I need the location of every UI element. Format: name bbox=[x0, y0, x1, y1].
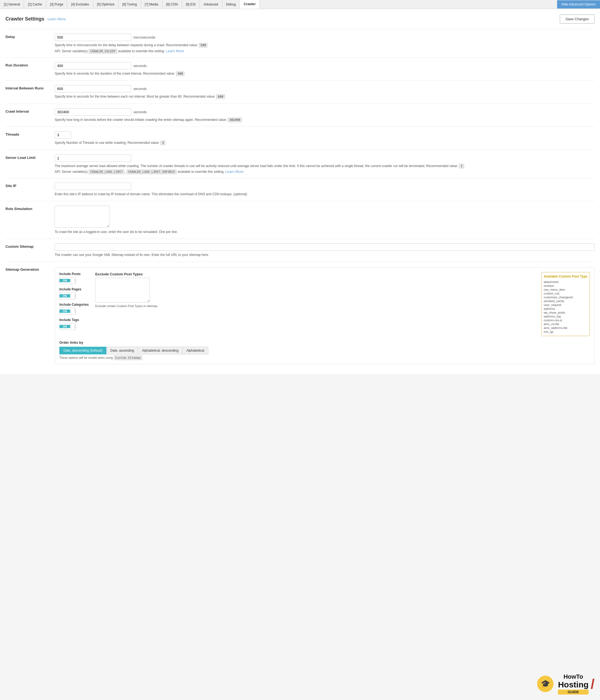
site-ip-setting: Site IP Enter this site's IP address to … bbox=[5, 178, 595, 201]
tab-cache[interactable]: [2] Cache bbox=[24, 0, 46, 8]
interval-between-runs-input[interactable] bbox=[55, 85, 131, 93]
list-item: customize_changeset bbox=[544, 295, 588, 299]
server-load-limit-input[interactable] bbox=[55, 154, 131, 162]
exclude-cpt-textarea[interactable] bbox=[95, 278, 150, 302]
tab-advanced[interactable]: Advanced bbox=[200, 0, 222, 8]
server-load-limit-learn-more[interactable]: Learn More bbox=[225, 170, 243, 174]
tab-media[interactable]: [7] Media bbox=[141, 0, 162, 8]
server-load-limit-api: API: Server variable(s) CRAWLER_LOAD_LIM… bbox=[55, 170, 595, 174]
page-header: Crawler Settings Learn More Save Changes bbox=[5, 15, 595, 24]
crawl-interval-label: Crawl Interval bbox=[5, 108, 49, 114]
exclude-cpt-desc: Exclude certain Custom Post Types in sit… bbox=[95, 304, 535, 308]
delay-api-line: API: Server variable(s) CRAWLER_USLEEP a… bbox=[55, 49, 595, 53]
threads-label: Threads bbox=[5, 131, 49, 136]
exclude-cpt-section: Exclude Custom Post Types Exclude certai… bbox=[95, 272, 535, 308]
server-load-limit-label: Server Load Limit bbox=[5, 154, 49, 160]
list-item: nav_menu_item bbox=[544, 288, 588, 292]
list-item: revision bbox=[544, 284, 588, 288]
order-btn-date-asc[interactable]: Date, ascending bbox=[106, 347, 138, 354]
include-posts-group: Include Posts ON bbox=[59, 272, 88, 284]
run-duration-setting: Run Duration seconds Specify time in sec… bbox=[5, 57, 595, 81]
list-item: custom-css-js bbox=[544, 318, 588, 322]
list-item: user_request bbox=[544, 303, 588, 307]
tab-cdn[interactable]: [8] CDN bbox=[162, 0, 182, 8]
main-content: Crawler Settings Learn More Save Changes… bbox=[0, 9, 600, 374]
order-note: These options will be invalid when using… bbox=[59, 356, 590, 359]
save-changes-button[interactable]: Save Changes bbox=[560, 15, 595, 24]
delay-label: Delay bbox=[5, 34, 49, 39]
learn-more-link[interactable]: Learn More bbox=[48, 17, 66, 21]
site-ip-label: Site IP bbox=[5, 183, 49, 188]
page-title: Crawler Settings bbox=[5, 16, 44, 22]
custom-sitemap-label: Custom Sitemap bbox=[5, 243, 49, 249]
order-links-section: Order links by Date, descending (Default… bbox=[59, 341, 590, 359]
delay-recommended: 500 bbox=[199, 43, 208, 48]
include-categories-group: Include Categories ON bbox=[59, 303, 88, 315]
interval-between-runs-label: Interval Between Runs bbox=[5, 85, 49, 90]
delay-desc: Specify time in microseconds for the del… bbox=[55, 43, 595, 48]
role-simulation-textarea[interactable] bbox=[55, 206, 109, 227]
exclude-cpt-label: Exclude Custom Post Types bbox=[95, 272, 535, 276]
run-duration-input[interactable] bbox=[55, 62, 131, 70]
server-load-limit-setting: Server Load Limit The maximum average se… bbox=[5, 150, 595, 178]
list-item: nxs_qp bbox=[544, 330, 588, 333]
include-categories-toggle[interactable]: ON bbox=[59, 308, 76, 315]
top-navigation: [1] General [2] Cache [3] Purge [4] Excl… bbox=[0, 0, 600, 9]
include-tags-toggle[interactable]: ON bbox=[59, 323, 76, 330]
list-item: custom_css bbox=[544, 292, 588, 295]
interval-between-runs-setting: Interval Between Runs seconds Specify ti… bbox=[5, 80, 595, 104]
crawl-interval-setting: Crawl Interval seconds Specify how long … bbox=[5, 104, 595, 127]
list-item: wp_show_posts bbox=[544, 310, 588, 315]
tab-debug[interactable]: Debug bbox=[222, 0, 240, 8]
include-tags-group: Include Tags ON bbox=[59, 318, 88, 330]
tab-optimize[interactable]: [5] Optimize bbox=[93, 0, 119, 8]
sitemap-generation-box: Include Posts ON Include Pages ON bbox=[55, 268, 595, 364]
available-cpt-section: Available Custom Post Type attachment re… bbox=[541, 272, 590, 336]
include-toggles: Include Posts ON Include Pages ON bbox=[59, 272, 88, 330]
role-simulation-label: Role Simulation bbox=[5, 206, 49, 211]
order-links-label: Order links by bbox=[59, 341, 590, 345]
list-item: attachment bbox=[544, 280, 588, 284]
run-duration-unit: seconds bbox=[133, 64, 147, 68]
include-posts-label: Include Posts bbox=[59, 272, 88, 276]
tab-crawler[interactable]: Crawler bbox=[240, 0, 260, 9]
order-btn-alpha-desc[interactable]: Alphabetical, descending bbox=[138, 347, 182, 354]
delay-unit: microseconds bbox=[133, 35, 155, 40]
order-btn-date-desc[interactable]: Date, descending (Default) bbox=[59, 347, 107, 354]
custom-sitemap-input[interactable] bbox=[55, 243, 595, 251]
list-item: oembed_cache bbox=[544, 299, 588, 303]
include-categories-label: Include Categories bbox=[59, 303, 88, 306]
delay-input[interactable] bbox=[55, 34, 131, 41]
crawl-interval-input[interactable] bbox=[55, 108, 131, 116]
tab-esi[interactable]: [9] ESI bbox=[182, 0, 200, 8]
order-btn-alpha[interactable]: Alphabetical bbox=[182, 347, 208, 354]
include-posts-toggle[interactable]: ON bbox=[59, 277, 76, 284]
delay-api-learn-more[interactable]: Learn More bbox=[166, 49, 184, 53]
include-pages-toggle[interactable]: ON bbox=[59, 292, 76, 299]
include-pages-label: Include Pages bbox=[59, 288, 88, 291]
tab-general[interactable]: [1] General bbox=[0, 0, 24, 8]
sitemap-generation-setting: Sitemap Generation Include Posts ON bbox=[5, 262, 595, 369]
site-ip-input[interactable] bbox=[55, 183, 131, 190]
available-cpt-list: attachment revision nav_menu_item custom… bbox=[544, 280, 588, 333]
include-tags-label: Include Tags bbox=[59, 318, 88, 322]
tab-tuning[interactable]: [6] Tuning bbox=[119, 0, 141, 8]
available-cpt-title: Available Custom Post Type bbox=[544, 275, 588, 278]
order-note-badge: Custom Sitemap bbox=[114, 355, 142, 360]
tab-excludes[interactable]: [4] Excludes bbox=[67, 0, 93, 8]
order-links-buttons: Date, descending (Default) Date, ascendi… bbox=[59, 347, 590, 354]
include-pages-group: Include Pages ON bbox=[59, 288, 88, 299]
toggle-on-label: ON bbox=[59, 279, 70, 282]
sitemap-generation-label: Sitemap Generation bbox=[5, 266, 49, 272]
delay-setting: Delay microseconds Specify time in micro… bbox=[5, 29, 595, 57]
custom-sitemap-setting: Custom Sitemap The crawler can use your … bbox=[5, 239, 595, 262]
list-item: wpforms_log bbox=[544, 315, 588, 318]
list-item: wpforms bbox=[544, 307, 588, 310]
tab-purge[interactable]: [3] Purge bbox=[46, 0, 68, 8]
threads-input[interactable] bbox=[55, 131, 71, 139]
hide-advanced-button[interactable]: Hide Advanced Options bbox=[557, 0, 600, 8]
run-duration-desc: Specify time in seconds for the duration… bbox=[55, 71, 595, 76]
list-item: amn_wpforms-lite bbox=[544, 326, 588, 330]
run-duration-label: Run Duration bbox=[5, 62, 49, 67]
threads-setting: Threads Specify Number of Threads to use… bbox=[5, 127, 595, 150]
